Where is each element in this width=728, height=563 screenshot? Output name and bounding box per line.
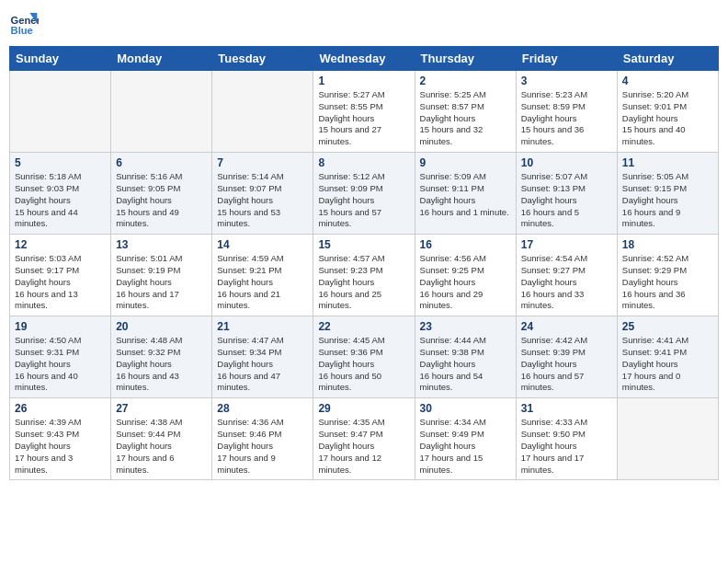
- day-number: 9: [420, 156, 511, 169]
- day-cell-text: Sunrise: 4:59 AMSunset: 9:21 PMDaylight …: [217, 253, 308, 312]
- day-cell-text: Sunrise: 4:39 AMSunset: 9:43 PMDaylight …: [15, 417, 106, 476]
- day-cell-19: 19Sunrise: 4:50 AMSunset: 9:31 PMDayligh…: [10, 316, 111, 398]
- day-cell-24: 24Sunrise: 4:42 AMSunset: 9:39 PMDayligh…: [516, 316, 617, 398]
- day-number: 27: [116, 402, 207, 415]
- day-cell-10: 10Sunrise: 5:07 AMSunset: 9:13 PMDayligh…: [516, 153, 617, 235]
- day-number: 8: [318, 156, 409, 169]
- day-cell-28: 28Sunrise: 4:36 AMSunset: 9:46 PMDayligh…: [212, 398, 313, 480]
- day-cell-text: Sunrise: 4:42 AMSunset: 9:39 PMDaylight …: [521, 335, 612, 394]
- day-cell-3: 3Sunrise: 5:23 AMSunset: 8:59 PMDaylight…: [516, 71, 617, 153]
- day-cell-30: 30Sunrise: 4:34 AMSunset: 9:49 PMDayligh…: [415, 398, 516, 480]
- day-cell-text: Sunrise: 5:09 AMSunset: 9:11 PMDaylight …: [420, 171, 511, 218]
- day-cell-text: Sunrise: 4:38 AMSunset: 9:44 PMDaylight …: [116, 417, 207, 476]
- day-cell-22: 22Sunrise: 4:45 AMSunset: 9:36 PMDayligh…: [313, 316, 415, 398]
- day-cell-2: 2Sunrise: 5:25 AMSunset: 8:57 PMDaylight…: [415, 71, 516, 153]
- day-cell-text: Sunrise: 4:47 AMSunset: 9:34 PMDaylight …: [217, 335, 308, 394]
- day-cell-7: 7Sunrise: 5:14 AMSunset: 9:07 PMDaylight…: [212, 153, 313, 235]
- day-header-monday: Monday: [111, 47, 212, 71]
- day-number: 4: [622, 75, 713, 87]
- week-row-2: 5Sunrise: 5:18 AMSunset: 9:03 PMDaylight…: [10, 153, 719, 235]
- day-number: 18: [622, 238, 713, 251]
- day-header-wednesday: Wednesday: [313, 47, 415, 71]
- day-cell-13: 13Sunrise: 5:01 AMSunset: 9:19 PMDayligh…: [111, 235, 212, 316]
- day-number: 15: [318, 238, 409, 251]
- day-cell-text: Sunrise: 4:57 AMSunset: 9:23 PMDaylight …: [318, 253, 409, 312]
- day-cell-text: Sunrise: 5:20 AMSunset: 9:01 PMDaylight …: [622, 89, 713, 148]
- day-cell-text: Sunrise: 5:07 AMSunset: 9:13 PMDaylight …: [521, 171, 612, 230]
- empty-cell: [212, 71, 313, 153]
- day-number: 1: [318, 75, 409, 87]
- day-header-saturday: Saturday: [617, 47, 718, 71]
- day-cell-text: Sunrise: 4:34 AMSunset: 9:49 PMDaylight …: [420, 417, 511, 476]
- svg-text:Blue: Blue: [11, 25, 33, 36]
- empty-cell: [111, 71, 212, 153]
- day-cell-5: 5Sunrise: 5:18 AMSunset: 9:03 PMDaylight…: [10, 153, 111, 235]
- day-cell-text: Sunrise: 5:16 AMSunset: 9:05 PMDaylight …: [116, 171, 207, 230]
- day-cell-12: 12Sunrise: 5:03 AMSunset: 9:17 PMDayligh…: [10, 235, 111, 316]
- day-number: 23: [420, 320, 511, 333]
- day-header-tuesday: Tuesday: [212, 47, 313, 71]
- day-number: 6: [116, 156, 207, 169]
- day-cell-4: 4Sunrise: 5:20 AMSunset: 9:01 PMDaylight…: [617, 71, 718, 153]
- day-cell-17: 17Sunrise: 4:54 AMSunset: 9:27 PMDayligh…: [516, 235, 617, 316]
- day-cell-text: Sunrise: 5:14 AMSunset: 9:07 PMDaylight …: [217, 171, 308, 230]
- day-cell-20: 20Sunrise: 4:48 AMSunset: 9:32 PMDayligh…: [111, 316, 212, 398]
- day-number: 7: [217, 156, 308, 169]
- day-cell-14: 14Sunrise: 4:59 AMSunset: 9:21 PMDayligh…: [212, 235, 313, 316]
- day-number: 14: [217, 238, 308, 251]
- day-number: 30: [420, 402, 511, 415]
- day-cell-text: Sunrise: 4:56 AMSunset: 9:25 PMDaylight …: [420, 253, 511, 312]
- day-number: 13: [116, 238, 207, 251]
- empty-cell: [10, 71, 111, 153]
- day-number: 25: [622, 320, 713, 333]
- week-row-3: 12Sunrise: 5:03 AMSunset: 9:17 PMDayligh…: [10, 235, 719, 316]
- day-cell-29: 29Sunrise: 4:35 AMSunset: 9:47 PMDayligh…: [313, 398, 415, 480]
- day-cell-text: Sunrise: 5:23 AMSunset: 8:59 PMDaylight …: [521, 89, 612, 148]
- logo: General Blue: [9, 9, 39, 39]
- day-cell-25: 25Sunrise: 4:41 AMSunset: 9:41 PMDayligh…: [617, 316, 718, 398]
- day-number: 26: [15, 402, 106, 415]
- day-number: 17: [521, 238, 612, 251]
- day-cell-text: Sunrise: 5:25 AMSunset: 8:57 PMDaylight …: [420, 89, 511, 148]
- day-cell-26: 26Sunrise: 4:39 AMSunset: 9:43 PMDayligh…: [10, 398, 111, 480]
- day-cell-text: Sunrise: 4:48 AMSunset: 9:32 PMDaylight …: [116, 335, 207, 394]
- day-cell-text: Sunrise: 4:50 AMSunset: 9:31 PMDaylight …: [15, 335, 106, 394]
- day-cell-text: Sunrise: 5:27 AMSunset: 8:55 PMDaylight …: [318, 89, 409, 148]
- day-cell-text: Sunrise: 4:41 AMSunset: 9:41 PMDaylight …: [622, 335, 713, 394]
- day-cell-16: 16Sunrise: 4:56 AMSunset: 9:25 PMDayligh…: [415, 235, 516, 316]
- day-number: 22: [318, 320, 409, 333]
- logo-icon: General Blue: [9, 9, 39, 39]
- day-cell-8: 8Sunrise: 5:12 AMSunset: 9:09 PMDaylight…: [313, 153, 415, 235]
- day-number: 10: [521, 156, 612, 169]
- day-cell-text: Sunrise: 4:44 AMSunset: 9:38 PMDaylight …: [420, 335, 511, 394]
- day-cell-text: Sunrise: 4:52 AMSunset: 9:29 PMDaylight …: [622, 253, 713, 312]
- day-cell-text: Sunrise: 5:12 AMSunset: 9:09 PMDaylight …: [318, 171, 409, 230]
- day-cell-31: 31Sunrise: 4:33 AMSunset: 9:50 PMDayligh…: [516, 398, 617, 480]
- day-cell-text: Sunrise: 4:36 AMSunset: 9:46 PMDaylight …: [217, 417, 308, 476]
- day-number: 24: [521, 320, 612, 333]
- day-cell-1: 1Sunrise: 5:27 AMSunset: 8:55 PMDaylight…: [313, 71, 415, 153]
- day-number: 11: [622, 156, 713, 169]
- day-cell-21: 21Sunrise: 4:47 AMSunset: 9:34 PMDayligh…: [212, 316, 313, 398]
- calendar-table: SundayMondayTuesdayWednesdayThursdayFrid…: [9, 46, 719, 480]
- day-cell-18: 18Sunrise: 4:52 AMSunset: 9:29 PMDayligh…: [617, 235, 718, 316]
- day-cell-text: Sunrise: 5:18 AMSunset: 9:03 PMDaylight …: [15, 171, 106, 230]
- day-number: 3: [521, 75, 612, 87]
- day-cell-23: 23Sunrise: 4:44 AMSunset: 9:38 PMDayligh…: [415, 316, 516, 398]
- day-cell-text: Sunrise: 5:03 AMSunset: 9:17 PMDaylight …: [15, 253, 106, 312]
- day-number: 28: [217, 402, 308, 415]
- week-row-1: 1Sunrise: 5:27 AMSunset: 8:55 PMDaylight…: [10, 71, 719, 153]
- day-number: 12: [15, 238, 106, 251]
- empty-cell: [617, 398, 718, 480]
- header: General Blue: [9, 9, 719, 39]
- day-cell-text: Sunrise: 4:33 AMSunset: 9:50 PMDaylight …: [521, 417, 612, 476]
- day-cell-15: 15Sunrise: 4:57 AMSunset: 9:23 PMDayligh…: [313, 235, 415, 316]
- day-header-sunday: Sunday: [10, 47, 111, 71]
- day-number: 31: [521, 402, 612, 415]
- day-cell-9: 9Sunrise: 5:09 AMSunset: 9:11 PMDaylight…: [415, 153, 516, 235]
- week-row-4: 19Sunrise: 4:50 AMSunset: 9:31 PMDayligh…: [10, 316, 719, 398]
- day-number: 5: [15, 156, 106, 169]
- day-cell-text: Sunrise: 4:45 AMSunset: 9:36 PMDaylight …: [318, 335, 409, 394]
- day-number: 19: [15, 320, 106, 333]
- day-cell-text: Sunrise: 5:05 AMSunset: 9:15 PMDaylight …: [622, 171, 713, 230]
